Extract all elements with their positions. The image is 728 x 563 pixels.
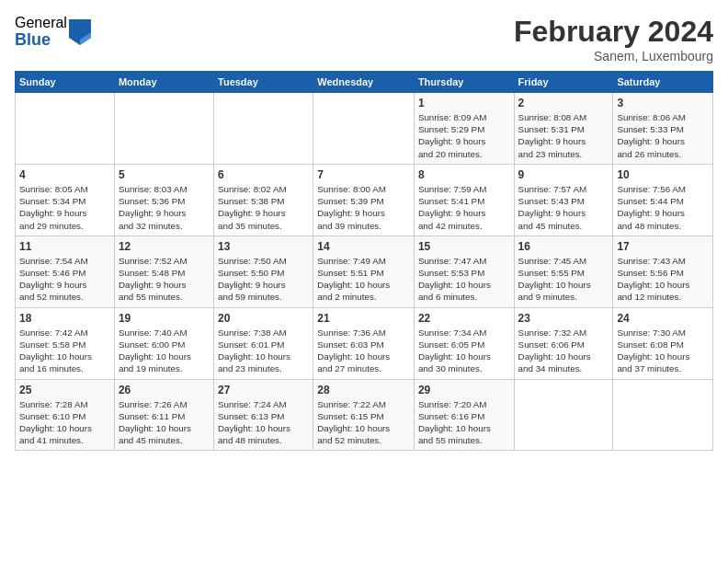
- calendar-cell: [214, 93, 313, 165]
- calendar-cell: 4Sunrise: 8:05 AM Sunset: 5:34 PM Daylig…: [16, 164, 115, 236]
- cell-day-number: 25: [19, 384, 110, 396]
- calendar-cell: [16, 93, 115, 165]
- cell-info: Sunrise: 7:52 AM Sunset: 5:48 PM Dayligh…: [119, 255, 210, 304]
- calendar-cell: [514, 379, 613, 451]
- cell-info: Sunrise: 7:26 AM Sunset: 6:11 PM Dayligh…: [119, 398, 210, 447]
- cell-info: Sunrise: 7:45 AM Sunset: 5:55 PM Dayligh…: [518, 255, 609, 304]
- calendar-cell: 17Sunrise: 7:43 AM Sunset: 5:56 PM Dayli…: [613, 236, 713, 307]
- cell-day-number: 23: [518, 312, 609, 325]
- calendar-cell: 13Sunrise: 7:50 AM Sunset: 5:50 PM Dayli…: [214, 236, 313, 307]
- logo-text: General Blue: [15, 15, 67, 49]
- day-header-saturday: Saturday: [613, 72, 713, 93]
- cell-info: Sunrise: 7:30 AM Sunset: 6:08 PM Dayligh…: [617, 327, 709, 375]
- calendar-cell: 15Sunrise: 7:47 AM Sunset: 5:53 PM Dayli…: [414, 236, 514, 307]
- calendar-cell: 23Sunrise: 7:32 AM Sunset: 6:06 PM Dayli…: [514, 307, 613, 379]
- cell-day-number: 4: [19, 168, 110, 181]
- calendar-cell: 28Sunrise: 7:22 AM Sunset: 6:15 PM Dayli…: [313, 379, 415, 451]
- calendar-cell: 1Sunrise: 8:09 AM Sunset: 5:29 PM Daylig…: [414, 93, 514, 165]
- cell-day-number: 6: [218, 168, 309, 181]
- cell-info: Sunrise: 8:06 AM Sunset: 5:33 PM Dayligh…: [617, 111, 709, 160]
- calendar: SundayMondayTuesdayWednesdayThursdayFrid…: [15, 71, 713, 451]
- cell-day-number: 22: [418, 312, 510, 325]
- page: General Blue February 2024 Sanem, Luxemb…: [0, 0, 728, 563]
- logo-icon: [69, 19, 91, 45]
- day-header-thursday: Thursday: [414, 72, 514, 93]
- cell-day-number: 20: [218, 312, 309, 325]
- cell-day-number: 14: [317, 240, 410, 253]
- cell-info: Sunrise: 7:42 AM Sunset: 5:58 PM Dayligh…: [19, 327, 110, 375]
- cell-info: Sunrise: 7:32 AM Sunset: 6:06 PM Dayligh…: [518, 327, 609, 375]
- cell-info: Sunrise: 7:36 AM Sunset: 6:03 PM Dayligh…: [317, 327, 410, 375]
- cell-info: Sunrise: 7:43 AM Sunset: 5:56 PM Dayligh…: [617, 255, 709, 304]
- calendar-cell: 9Sunrise: 7:57 AM Sunset: 5:43 PM Daylig…: [514, 164, 613, 236]
- cell-info: Sunrise: 7:22 AM Sunset: 6:15 PM Dayligh…: [317, 398, 410, 447]
- calendar-cell: 25Sunrise: 7:28 AM Sunset: 6:10 PM Dayli…: [16, 379, 115, 451]
- cell-info: Sunrise: 7:59 AM Sunset: 5:41 PM Dayligh…: [418, 183, 510, 232]
- calendar-cell: 5Sunrise: 8:03 AM Sunset: 5:36 PM Daylig…: [114, 164, 213, 236]
- logo: General Blue: [15, 15, 91, 49]
- cell-day-number: 7: [317, 168, 410, 181]
- cell-day-number: 27: [218, 384, 309, 396]
- cell-day-number: 17: [617, 240, 709, 253]
- cell-day-number: 24: [617, 312, 709, 325]
- cell-info: Sunrise: 8:08 AM Sunset: 5:31 PM Dayligh…: [518, 111, 609, 160]
- day-header-friday: Friday: [514, 72, 613, 93]
- calendar-cell: 20Sunrise: 7:38 AM Sunset: 6:01 PM Dayli…: [214, 307, 313, 379]
- calendar-cell: 26Sunrise: 7:26 AM Sunset: 6:11 PM Dayli…: [114, 379, 213, 451]
- calendar-cell: 24Sunrise: 7:30 AM Sunset: 6:08 PM Dayli…: [613, 307, 713, 379]
- calendar-cell: 19Sunrise: 7:40 AM Sunset: 6:00 PM Dayli…: [114, 307, 213, 379]
- cell-day-number: 13: [218, 240, 309, 253]
- cell-day-number: 9: [518, 168, 609, 181]
- cell-info: Sunrise: 7:38 AM Sunset: 6:01 PM Dayligh…: [218, 327, 309, 375]
- cell-info: Sunrise: 7:34 AM Sunset: 6:05 PM Dayligh…: [418, 327, 510, 375]
- cell-info: Sunrise: 7:56 AM Sunset: 5:44 PM Dayligh…: [617, 183, 709, 232]
- calendar-week-1: 1Sunrise: 8:09 AM Sunset: 5:29 PM Daylig…: [16, 93, 713, 165]
- logo-general: General: [15, 15, 67, 31]
- calendar-cell: 2Sunrise: 8:08 AM Sunset: 5:31 PM Daylig…: [514, 93, 613, 165]
- calendar-week-3: 11Sunrise: 7:54 AM Sunset: 5:46 PM Dayli…: [16, 236, 713, 307]
- cell-info: Sunrise: 8:09 AM Sunset: 5:29 PM Dayligh…: [418, 111, 510, 160]
- title-block: February 2024 Sanem, Luxembourg: [514, 15, 713, 63]
- cell-info: Sunrise: 8:00 AM Sunset: 5:39 PM Dayligh…: [317, 183, 410, 232]
- cell-info: Sunrise: 7:50 AM Sunset: 5:50 PM Dayligh…: [218, 255, 309, 304]
- calendar-cell: 29Sunrise: 7:20 AM Sunset: 6:16 PM Dayli…: [414, 379, 514, 451]
- cell-info: Sunrise: 7:24 AM Sunset: 6:13 PM Dayligh…: [218, 398, 309, 447]
- cell-info: Sunrise: 8:03 AM Sunset: 5:36 PM Dayligh…: [119, 183, 210, 232]
- calendar-cell: 10Sunrise: 7:56 AM Sunset: 5:44 PM Dayli…: [613, 164, 713, 236]
- calendar-week-4: 18Sunrise: 7:42 AM Sunset: 5:58 PM Dayli…: [16, 307, 713, 379]
- cell-info: Sunrise: 7:49 AM Sunset: 5:51 PM Dayligh…: [317, 255, 410, 304]
- calendar-cell: 16Sunrise: 7:45 AM Sunset: 5:55 PM Dayli…: [514, 236, 613, 307]
- cell-info: Sunrise: 7:20 AM Sunset: 6:16 PM Dayligh…: [418, 398, 510, 447]
- cell-info: Sunrise: 7:47 AM Sunset: 5:53 PM Dayligh…: [418, 255, 510, 304]
- cell-day-number: 15: [418, 240, 510, 253]
- cell-day-number: 3: [617, 97, 709, 109]
- cell-day-number: 18: [19, 312, 110, 325]
- cell-day-number: 29: [418, 384, 510, 396]
- cell-day-number: 26: [119, 384, 210, 396]
- calendar-cell: 3Sunrise: 8:06 AM Sunset: 5:33 PM Daylig…: [613, 93, 713, 165]
- month-title: February 2024: [514, 15, 713, 49]
- cell-info: Sunrise: 8:02 AM Sunset: 5:38 PM Dayligh…: [218, 183, 309, 232]
- cell-day-number: 10: [617, 168, 709, 181]
- calendar-cell: 22Sunrise: 7:34 AM Sunset: 6:05 PM Dayli…: [414, 307, 514, 379]
- cell-day-number: 8: [418, 168, 510, 181]
- cell-day-number: 19: [119, 312, 210, 325]
- calendar-cell: [613, 379, 713, 451]
- day-header-monday: Monday: [114, 72, 213, 93]
- cell-day-number: 5: [119, 168, 210, 181]
- day-header-wednesday: Wednesday: [313, 72, 415, 93]
- calendar-cell: 21Sunrise: 7:36 AM Sunset: 6:03 PM Dayli…: [313, 307, 415, 379]
- cell-day-number: 28: [317, 384, 410, 396]
- cell-day-number: 11: [19, 240, 110, 253]
- cell-info: Sunrise: 7:54 AM Sunset: 5:46 PM Dayligh…: [19, 255, 110, 304]
- cell-day-number: 21: [317, 312, 410, 325]
- cell-info: Sunrise: 7:57 AM Sunset: 5:43 PM Dayligh…: [518, 183, 609, 232]
- cell-day-number: 2: [518, 97, 609, 109]
- calendar-week-5: 25Sunrise: 7:28 AM Sunset: 6:10 PM Dayli…: [16, 379, 713, 451]
- calendar-cell: 6Sunrise: 8:02 AM Sunset: 5:38 PM Daylig…: [214, 164, 313, 236]
- cell-info: Sunrise: 8:05 AM Sunset: 5:34 PM Dayligh…: [19, 183, 110, 232]
- calendar-cell: [114, 93, 213, 165]
- cell-day-number: 16: [518, 240, 609, 253]
- calendar-header-row: SundayMondayTuesdayWednesdayThursdayFrid…: [16, 72, 713, 93]
- calendar-cell: [313, 93, 415, 165]
